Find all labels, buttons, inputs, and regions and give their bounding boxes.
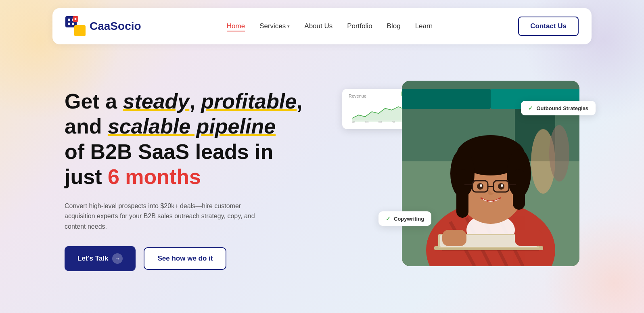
logo[interactable]: CaaSocio (65, 16, 141, 36)
hero-left: Get a steady, profitable, and scalable p… (0, 81, 354, 271)
hero-right: Revenue ↑ Jan Feb Mar Apr May (354, 81, 644, 282)
check-icon-2: ✓ (386, 215, 391, 222)
logo-icon (65, 16, 86, 36)
svg-point-7 (75, 18, 77, 20)
svg-point-20 (549, 125, 569, 182)
svg-point-5 (72, 23, 74, 25)
lets-talk-button[interactable]: Let's Talk → (65, 246, 136, 271)
nav-link-about[interactable]: About Us (304, 22, 332, 30)
headline-newline: and (65, 115, 108, 138)
svg-rect-49 (515, 230, 543, 246)
outbound-label: Outbound Strategies (536, 105, 588, 111)
svg-text:Apr: Apr (392, 121, 395, 123)
nav-item-home[interactable]: Home (227, 22, 245, 30)
headline-italic1: steady (123, 90, 190, 113)
headline-italic2: profitable (201, 90, 297, 113)
svg-point-44 (501, 184, 503, 187)
nav-link-services[interactable]: Services ▾ (259, 22, 290, 30)
hero-subtext: Convert high-level prospects into $20k+ … (65, 201, 266, 232)
svg-point-2 (68, 19, 70, 21)
headline-part1: Get a (65, 90, 123, 113)
svg-rect-1 (74, 25, 86, 36)
headline-part3: of B2B SaaS leads in (65, 140, 273, 163)
see-how-button[interactable]: See how we do it (144, 247, 226, 270)
brand-name: CaaSocio (90, 20, 141, 33)
headline-comma: , (189, 90, 201, 113)
headline-part2: , (297, 90, 302, 113)
svg-text:Feb: Feb (365, 121, 369, 123)
headline-months: 6 months (108, 165, 201, 188)
svg-text:Mar: Mar (378, 121, 382, 123)
revenue-chart: Jan Feb Mar Apr May (349, 102, 408, 123)
nav-item-blog[interactable]: Blog (387, 22, 401, 30)
chart-fill (352, 107, 405, 122)
copywriting-label: Copywriting (394, 216, 424, 222)
hero-buttons: Let's Talk → See how we do it (65, 246, 354, 271)
svg-point-4 (68, 23, 70, 25)
svg-text:Jan: Jan (352, 121, 355, 123)
revenue-card-title: Revenue (349, 94, 366, 98)
contact-button[interactable]: Contact Us (518, 17, 579, 36)
headline-part4: just (65, 165, 108, 188)
outbound-card: ✓ Outbound Strategies (521, 101, 596, 115)
nav-item-learn[interactable]: Learn (415, 22, 433, 30)
nav-links: Home Services ▾ About Us Portfolio Blog … (227, 22, 433, 30)
check-icon: ✓ (528, 105, 533, 111)
chevron-down-icon: ▾ (287, 24, 290, 29)
svg-rect-35 (513, 169, 525, 210)
svg-rect-34 (456, 169, 468, 218)
nav-link-blog[interactable]: Blog (387, 22, 401, 30)
svg-rect-18 (402, 89, 491, 109)
svg-point-43 (480, 184, 482, 187)
nav-item-services[interactable]: Services ▾ (259, 22, 290, 30)
nav-item-portfolio[interactable]: Portfolio (347, 22, 372, 30)
svg-rect-48 (442, 230, 466, 246)
nav-link-learn[interactable]: Learn (415, 22, 433, 30)
copywriting-card: ✓ Copywriting (378, 211, 431, 226)
nav-item-about[interactable]: About Us (304, 22, 332, 30)
hero-section: Get a steady, profitable, and scalable p… (0, 56, 644, 313)
nav-link-home[interactable]: Home (227, 22, 245, 31)
arrow-icon: → (112, 253, 123, 264)
nav-link-portfolio[interactable]: Portfolio (347, 22, 372, 30)
hero-headline: Get a steady, profitable, and scalable p… (65, 89, 354, 190)
lets-talk-label: Let's Talk (77, 255, 108, 263)
headline-italic3: scalable pipeline (108, 115, 276, 138)
navbar: CaaSocio Home Services ▾ About Us Portfo… (52, 8, 592, 44)
